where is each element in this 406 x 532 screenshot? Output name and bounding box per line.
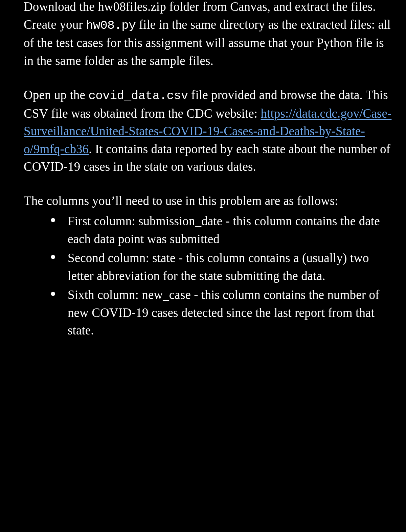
list-item-text: Second column: state - this column conta…	[68, 251, 369, 283]
list-item: Second column: state - this column conta…	[50, 249, 392, 285]
list-item: First column: submission_date - this col…	[50, 212, 392, 248]
paragraph-2: Open up the covid_data.csv file provided…	[24, 86, 392, 176]
list-item-text: First column: submission_date - this col…	[68, 214, 380, 246]
code-hw08py: hw08.py	[86, 19, 136, 32]
paragraph-1: Download the hw08files.zip folder from C…	[24, 0, 392, 70]
list-item: Sixth column: new_case - this column con…	[50, 286, 392, 340]
list-item-text: Sixth column: new_case - this column con…	[68, 288, 379, 337]
paragraph-3: The columns you’ll need to use in this p…	[24, 192, 392, 210]
text: Open up the	[24, 88, 88, 102]
code-covid-data-csv: covid_data.csv	[88, 89, 188, 103]
document-page: Download the hw08files.zip folder from C…	[0, 0, 406, 530]
columns-list: First column: submission_date - this col…	[24, 212, 392, 340]
text: The columns you’ll need to use in this p…	[24, 194, 338, 208]
